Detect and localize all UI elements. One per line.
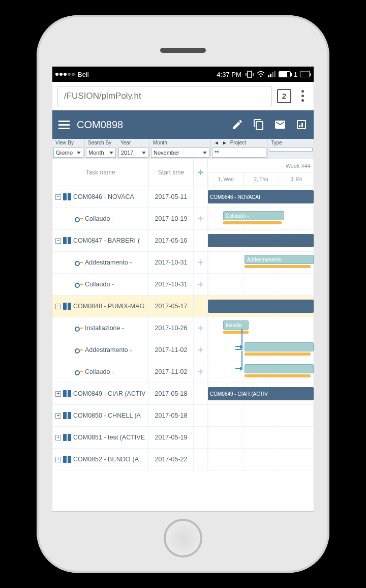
gantt-row[interactable]: Installazione -2017-10-26+Installa: [52, 317, 314, 339]
next-arrow-icon[interactable]: ►: [222, 140, 227, 145]
add-task-icon[interactable]: +: [198, 322, 204, 334]
task-cell[interactable]: Addestramento -: [52, 339, 149, 361]
expand-icon[interactable]: +: [55, 457, 61, 462]
gantt-cell[interactable]: Collaudo -: [208, 208, 314, 229]
gantt-row[interactable]: Addestramento -2017-10-31+Addestramento: [52, 252, 314, 274]
expand-icon[interactable]: +: [55, 413, 61, 419]
col-start-time[interactable]: Start time: [149, 159, 194, 186]
task-bar[interactable]: [245, 364, 314, 373]
task-cell[interactable]: +COM0849 - CIAR (ACTIV: [52, 383, 149, 404]
gantt-row[interactable]: Collaudo -2017-10-19+Collaudo -: [52, 208, 314, 230]
gantt-week-label: Week #44: [208, 159, 314, 172]
tabs-button[interactable]: 2: [277, 89, 291, 103]
project-label: ◄ ► Project: [211, 139, 267, 146]
task-cell[interactable]: Collaudo -: [52, 274, 149, 295]
filter-bar: View By Giorno Search By Month Year 2017…: [52, 139, 314, 159]
task-cell[interactable]: −COM0846 - NOVACA: [52, 186, 149, 208]
type-select[interactable]: [269, 148, 313, 152]
collapse-icon[interactable]: −: [55, 238, 61, 244]
task-cell[interactable]: +COM0850 - CHNELL (A: [52, 405, 149, 426]
type-label: Type: [268, 139, 314, 146]
gantt-row[interactable]: +COM0852 - BENDO (A2017-05-22: [52, 449, 314, 471]
add-task-icon[interactable]: +: [198, 257, 204, 269]
home-button[interactable]: [164, 519, 202, 557]
task-bar[interactable]: Addestramento: [245, 255, 314, 264]
start-date-cell: 2017-05-11: [149, 186, 194, 208]
task-cell[interactable]: Collaudo -: [52, 208, 149, 229]
gantt-cell[interactable]: Installa: [208, 317, 314, 339]
progress-bar: [245, 374, 311, 377]
gantt-cell[interactable]: [208, 427, 314, 448]
add-task-icon[interactable]: +: [198, 366, 204, 378]
col-task-name[interactable]: Task name: [52, 159, 149, 186]
project-icon: [63, 390, 71, 397]
task-link-icon: [75, 326, 83, 331]
gantt-cell[interactable]: [208, 230, 314, 251]
add-task-icon[interactable]: +: [198, 344, 204, 356]
gantt-cell[interactable]: [208, 361, 314, 383]
copy-icon[interactable]: [253, 119, 265, 131]
task-name-text: COM0847 - BARBERI: [73, 237, 136, 244]
start-date-cell: 2017-05-22: [149, 449, 194, 470]
gantt-row[interactable]: −COM0848 - PUMIX-MAG2017-05-17: [52, 296, 314, 317]
mail-icon[interactable]: [274, 119, 286, 131]
clock: 4:37 PM: [217, 71, 241, 78]
month-select[interactable]: November: [151, 148, 209, 158]
add-column-icon[interactable]: +: [198, 167, 204, 179]
expand-icon[interactable]: +: [55, 435, 61, 440]
gantt-day: 1, Wed: [208, 172, 243, 186]
app-header: COM0898: [52, 110, 314, 139]
gantt-row[interactable]: −COM0846 - NOVACA2017-05-11COM0846 - NOV…: [52, 186, 314, 208]
task-cell[interactable]: −COM0847 - BARBERI (: [52, 230, 149, 251]
task-cell[interactable]: +COM0852 - BENDO (A: [52, 449, 149, 470]
summary-bar[interactable]: [208, 300, 314, 313]
task-name-text: COM0851 - test (ACTIVE: [73, 434, 145, 441]
add-task-icon[interactable]: +: [198, 279, 204, 290]
task-cell[interactable]: Addestramento -: [52, 252, 149, 273]
expand-icon[interactable]: +: [55, 391, 61, 397]
add-cell: +: [194, 361, 208, 383]
year-select[interactable]: 2017: [118, 148, 148, 158]
gantt-row[interactable]: Collaudo -2017-11-02+: [52, 361, 314, 383]
search-by-select[interactable]: Month: [86, 148, 116, 158]
collapse-icon[interactable]: −: [55, 304, 61, 309]
gantt-cell[interactable]: COM0849 - CIAR (ACTIV: [208, 383, 314, 404]
menu-button[interactable]: [58, 121, 70, 129]
gantt-row[interactable]: +COM0850 - CHNELL (A2017-05-18: [52, 405, 314, 427]
task-name-text: Collaudo -: [85, 215, 114, 222]
gantt-cell[interactable]: COM0846 - NOVACAI: [208, 186, 314, 208]
task-bar[interactable]: [245, 342, 314, 351]
summary-bar[interactable]: COM0849 - CIAR (ACTIV: [208, 387, 314, 400]
prev-arrow-icon[interactable]: ◄: [214, 140, 219, 145]
gantt-cell[interactable]: [208, 449, 314, 470]
gantt-row[interactable]: +COM0849 - CIAR (ACTIV2017-05-18COM0849 …: [52, 383, 314, 405]
task-name-text: Addestramento -: [85, 346, 132, 354]
task-bar[interactable]: Collaudo -: [223, 211, 284, 220]
report-icon[interactable]: [295, 119, 308, 131]
gantt-row[interactable]: +COM0851 - test (ACTIVE2017-05-19: [52, 427, 314, 449]
task-cell[interactable]: Installazione -: [52, 317, 149, 339]
task-cell[interactable]: −COM0848 - PUMIX-MAG: [52, 296, 149, 317]
gantt-cell[interactable]: [208, 274, 314, 295]
year-label: Year: [117, 139, 149, 146]
gantt-cell[interactable]: [208, 405, 314, 426]
task-cell[interactable]: Collaudo -: [52, 361, 149, 383]
summary-bar[interactable]: [208, 234, 314, 247]
summary-bar[interactable]: COM0846 - NOVACAI: [208, 190, 314, 203]
gantt-row[interactable]: Collaudo -2017-10-31+: [52, 274, 314, 296]
gantt-row[interactable]: Addestramento -2017-11-02+: [52, 339, 314, 361]
add-task-icon[interactable]: +: [198, 213, 204, 225]
gantt-cell[interactable]: [208, 296, 314, 317]
collapse-icon[interactable]: −: [55, 194, 61, 200]
url-field[interactable]: /FUSION/plmPoly.ht: [57, 86, 272, 106]
project-input[interactable]: **: [212, 148, 266, 158]
gantt-cell[interactable]: [208, 339, 314, 361]
view-by-select[interactable]: Giorno: [53, 148, 83, 158]
edit-icon[interactable]: [231, 119, 243, 131]
overflow-menu-button[interactable]: [296, 89, 309, 103]
dependency-line: [235, 351, 242, 369]
task-cell[interactable]: +COM0851 - test (ACTIVE: [52, 427, 149, 448]
gantt-row[interactable]: −COM0847 - BARBERI (2017-05-16: [52, 230, 314, 252]
task-bar[interactable]: Installa: [223, 320, 249, 330]
gantt-cell[interactable]: Addestramento: [208, 252, 314, 273]
